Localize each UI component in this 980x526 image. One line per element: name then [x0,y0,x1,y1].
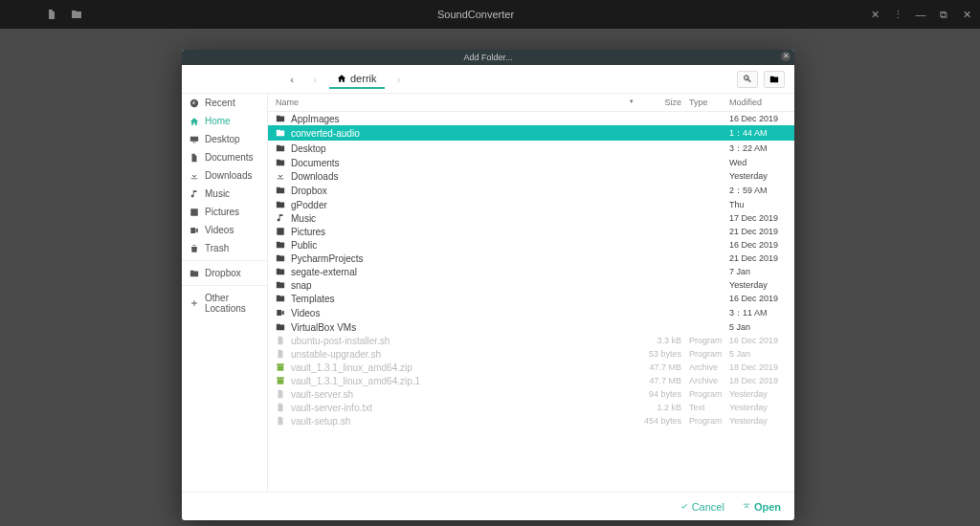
nav-back-button[interactable]: ‹ [283,71,301,88]
file-name: PycharmProjects [291,253,634,264]
file-row[interactable]: vault-setup.sh454 bytesProgramYesterday [268,414,794,427]
sidebar-item-label: Downloads [205,170,252,181]
col-name[interactable]: Name [276,98,628,107]
sidebar-item-desktop[interactable]: Desktop [182,130,267,148]
file-row[interactable]: Desktop3：22 AM [268,141,794,156]
file-name: snap [291,280,634,291]
file-row[interactable]: Public16 Dec 2019 [268,238,794,252]
sidebar-item-label: Pictures [205,207,239,217]
dialog-footer: Cancel Open [182,492,794,520]
search-button[interactable]: 🔍︎ [737,71,758,88]
folder-icon [276,294,285,303]
file-row[interactable]: segate-external7 Jan [268,265,794,278]
file-row[interactable]: Music17 Dec 2019 [268,211,794,225]
file-row[interactable]: converted-audio1：44 AM [268,125,794,141]
folder-icon [276,114,285,123]
file-row[interactable]: Videos3：11 AM [268,305,794,320]
file-icon [276,336,285,345]
file-row[interactable]: vault-server-info.txt1.2 kBTextYesterday [268,401,794,414]
file-modified: Yesterday [729,403,787,412]
file-row[interactable]: VirtualBox VMs5 Jan [268,320,794,334]
col-modified[interactable]: Modified [729,98,787,107]
file-row[interactable]: gPodderThu [268,198,794,211]
file-name: segate-external [291,267,634,277]
file-modified: 21 Dec 2019 [729,227,787,236]
file-row[interactable]: snapYesterday [268,278,794,292]
folder-icon [189,269,199,278]
sidebar-item-trash[interactable]: Trash [182,239,267,257]
new-folder-button[interactable] [764,71,785,88]
file-modified: 3：11 AM [729,307,787,319]
sidebar-item-recent[interactable]: Recent [182,94,267,112]
nav-forward-button[interactable]: › [306,71,323,88]
file-type: Archive [681,362,729,372]
file-name: AppImages [291,114,634,124]
file-modified: 1：44 AM [729,127,787,140]
desktop-icon [189,135,199,144]
file-row[interactable]: vault-server.sh94 bytesProgramYesterday [268,387,794,401]
sidebar-item-other-locations[interactable]: Other Locations [182,289,267,318]
sidebar-item-home[interactable]: Home [182,112,267,130]
file-row[interactable]: vault_1.3.1_linux_amd64.zip.147.7 MBArch… [268,374,794,387]
file-name: vault_1.3.1_linux_amd64.zip [291,362,634,373]
file-row[interactable]: AppImages16 Dec 2019 [268,112,794,125]
cancel-button[interactable]: Cancel [679,501,724,513]
open-button[interactable]: Open [742,501,781,513]
folder-icon [276,200,285,209]
col-type[interactable]: Type [681,98,729,107]
sidebar-item-music[interactable]: Music [182,185,267,203]
file-size: 47.7 MB [634,376,681,385]
file-type: Archive [681,376,729,385]
close-icon[interactable]: ✕ [961,9,972,20]
sidebar-item-label: Home [205,116,231,126]
minimize-icon[interactable]: — [915,9,926,20]
file-type: Program [681,349,729,359]
breadcrumb-label: derrik [350,73,377,84]
clear-icon[interactable]: ✕ [869,9,880,20]
file-modified: 3：22 AM [729,142,787,155]
file-row[interactable]: unstable-upgrader.sh53 bytesProgram5 Jan [268,347,794,361]
file-row[interactable]: ubuntu-post-installer.sh3.3 kBProgram16 … [268,334,794,347]
toolbar: ‹ › derrik › 🔍︎ [182,65,794,94]
file-modified: 16 Dec 2019 [729,114,787,123]
sidebar-item-label: Recent [205,98,235,108]
add-folder-icon[interactable] [71,9,82,20]
file-name: vault-server.sh [291,389,634,400]
file-size: 3.3 kB [634,336,681,345]
file-row[interactable]: Dropbox2：59 AM [268,183,794,198]
file-modified: 18 Dec 2019 [729,376,787,385]
sidebar-item-label: Trash [205,243,229,253]
dialog-title: Add Folder... [463,53,512,62]
sidebar-item-label: Other Locations [205,293,259,314]
file-chooser-dialog: Add Folder... ✕ ‹ › derrik › 🔍︎ RecentHo… [182,50,794,520]
sidebar-item-label: Dropbox [205,268,241,278]
sidebar-item-videos[interactable]: Videos [182,221,267,239]
file-modified: 16 Dec 2019 [729,294,787,303]
folder-icon [276,280,285,290]
file-name: vault_1.3.1_linux_amd64.zip.1 [291,376,634,386]
column-headers[interactable]: Name ▾ Size Type Modified [268,94,794,112]
menu-icon[interactable]: ⋮ [892,9,903,20]
file-modified: 5 Jan [729,322,787,332]
dialog-close-icon[interactable]: ✕ [781,52,791,61]
archive-icon [276,376,285,385]
sidebar-item-downloads[interactable]: Downloads [182,166,267,185]
sidebar-item-documents[interactable]: Documents [182,148,267,166]
folder-icon [276,253,285,263]
sidebar-item-pictures[interactable]: Pictures [182,203,267,221]
file-name: VirtualBox VMs [291,322,634,333]
sidebar-item-dropbox[interactable]: Dropbox [182,264,267,282]
maximize-icon[interactable]: ⧉ [938,9,949,20]
home-icon [337,74,346,83]
file-row[interactable]: DocumentsWed [268,156,794,169]
file-row[interactable]: Templates16 Dec 2019 [268,292,794,305]
file-row[interactable]: Pictures21 Dec 2019 [268,225,794,238]
add-file-icon[interactable] [46,9,57,20]
file-list: AppImages16 Dec 2019converted-audio1：44 … [268,112,794,492]
file-row[interactable]: PycharmProjects21 Dec 2019 [268,252,794,265]
file-name: Dropbox [291,186,634,196]
breadcrumb[interactable]: derrik [329,70,385,89]
file-row[interactable]: DownloadsYesterday [268,169,794,183]
col-size[interactable]: Size [634,98,681,107]
file-row[interactable]: vault_1.3.1_linux_amd64.zip47.7 MBArchiv… [268,361,794,374]
